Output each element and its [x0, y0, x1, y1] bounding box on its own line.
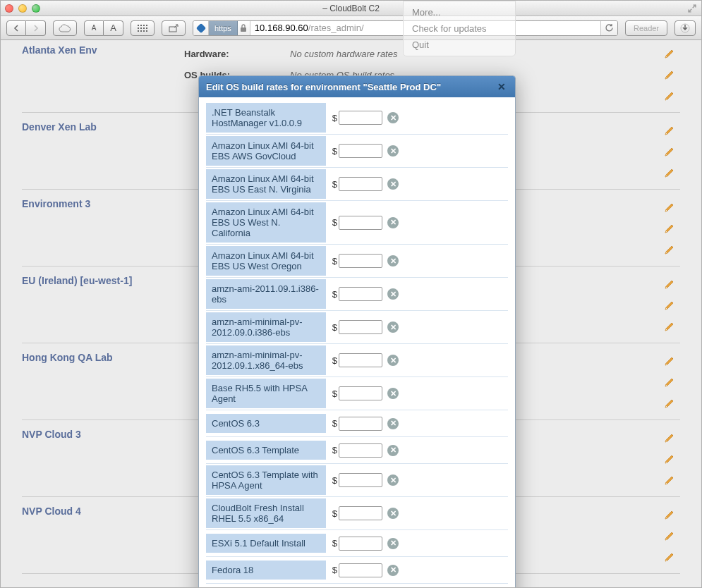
clear-rate-button[interactable]: ✕: [387, 288, 399, 300]
os-rate-input[interactable]: [339, 537, 382, 551]
edit-app-rates-button[interactable]: [659, 321, 680, 332]
os-rate-input[interactable]: [339, 254, 382, 268]
currency-symbol: $: [326, 217, 339, 228]
edit-hardware-rates-button[interactable]: [659, 432, 680, 443]
clear-rate-button[interactable]: ✕: [387, 388, 399, 399]
os-build-row: OpenStack Cirros AMI$✕: [206, 584, 508, 588]
os-rate-input[interactable]: [339, 473, 382, 487]
edit-icon: [664, 167, 675, 178]
clear-rate-button[interactable]: ✕: [387, 538, 399, 549]
edit-icon: [664, 432, 675, 443]
clear-rate-button[interactable]: ✕: [387, 418, 399, 429]
os-build-name: Amazon Linux AMI 64-bit EBS US West Oreg…: [206, 246, 326, 276]
reader-button[interactable]: Reader: [625, 20, 667, 36]
currency-symbol: $: [326, 322, 339, 333]
svg-rect-7: [146, 27, 147, 29]
dialog-header[interactable]: Edit OS build rates for environment "Sea…: [199, 76, 515, 97]
forward-button[interactable]: [26, 20, 46, 36]
edit-hardware-rates-button[interactable]: [659, 278, 680, 290]
back-button[interactable]: [6, 20, 26, 36]
textsize-large-button[interactable]: A: [104, 20, 123, 36]
os-rate-input[interactable]: [339, 144, 382, 158]
clear-rate-button[interactable]: ✕: [387, 355, 399, 366]
grid-button[interactable]: [131, 20, 155, 36]
site-favicon: [193, 21, 209, 35]
environment-link[interactable]: NVP Cloud 4: [22, 506, 81, 517]
clear-rate-button[interactable]: ✕: [387, 508, 399, 519]
os-rate-input[interactable]: [339, 320, 382, 334]
icloud-button[interactable]: [53, 20, 77, 36]
clear-rate-button[interactable]: ✕: [387, 474, 399, 486]
edit-os-rates-button[interactable]: [659, 453, 680, 465]
os-build-row: ESXi 5.1 Default Install$✕: [206, 530, 508, 557]
svg-rect-6: [143, 27, 145, 29]
url-host: 10.168.90.60: [255, 23, 308, 33]
edit-hardware-rates-button[interactable]: [659, 48, 680, 59]
os-rate-input[interactable]: [339, 563, 382, 577]
edit-os-rates-button[interactable]: [659, 530, 680, 541]
reload-button[interactable]: [600, 21, 617, 35]
environment-link[interactable]: NVP Cloud 3: [22, 429, 81, 440]
svg-rect-11: [146, 30, 147, 32]
edit-os-build-rates-dialog: Edit OS build rates for environment "Sea…: [198, 75, 516, 588]
os-rate-input[interactable]: [339, 506, 382, 520]
dialog-close-button[interactable]: ✕: [495, 80, 508, 93]
textsize-small-button[interactable]: A: [84, 20, 104, 36]
currency-symbol: $: [326, 445, 339, 455]
edit-os-rates-button[interactable]: [659, 69, 680, 80]
os-build-name: CentOS 6.3 Template with HPSA Agent: [206, 465, 326, 495]
os-rate-input[interactable]: [339, 287, 382, 301]
edit-hardware-rates-button[interactable]: [659, 509, 680, 520]
edit-icon: [664, 453, 675, 465]
fullscreen-icon[interactable]: [687, 4, 697, 13]
edit-icon: [664, 48, 675, 59]
edit-app-rates-button[interactable]: [659, 398, 680, 409]
currency-symbol: $: [326, 508, 339, 519]
edit-icon: [664, 509, 675, 520]
edit-app-rates-button[interactable]: [659, 474, 680, 486]
environment-link[interactable]: Hong Kong QA Lab: [22, 352, 113, 363]
svg-rect-10: [143, 30, 145, 32]
edit-os-rates-button[interactable]: [659, 146, 680, 157]
os-rate-input[interactable]: [339, 216, 382, 230]
menu-item-updates[interactable]: Check for updates: [404, 20, 515, 37]
os-build-row: Amazon Linux AMI 64-bit EBS US East N. V…: [206, 168, 508, 201]
currency-symbol: $: [326, 146, 339, 157]
clear-rate-button[interactable]: ✕: [387, 445, 399, 456]
os-rate-input[interactable]: [339, 111, 382, 125]
menu-item-more[interactable]: More...: [404, 4, 515, 20]
os-rate-input[interactable]: [339, 353, 382, 367]
os-rate-input[interactable]: [339, 386, 382, 400]
edit-app-rates-button[interactable]: [659, 244, 680, 255]
edit-app-rates-button[interactable]: [659, 167, 680, 178]
edit-os-rates-button[interactable]: [659, 223, 680, 234]
os-rate-input[interactable]: [339, 417, 382, 431]
environment-link[interactable]: Denver Xen Lab: [22, 121, 97, 133]
environment-link[interactable]: Atlanta Xen Env: [22, 44, 97, 56]
clear-rate-button[interactable]: ✕: [387, 178, 399, 190]
os-rate-input[interactable]: [339, 177, 382, 191]
edit-hardware-rates-button[interactable]: [659, 202, 680, 213]
os-rate-input[interactable]: [339, 443, 382, 458]
clear-rate-button[interactable]: ✕: [387, 217, 399, 228]
edit-hardware-rates-button[interactable]: [659, 355, 680, 367]
environment-name: EU (Ireland) [eu-west-1]: [22, 274, 184, 286]
context-menu: More... Check for updates Quit: [403, 1, 516, 56]
clear-rate-button[interactable]: ✕: [387, 565, 399, 576]
downloads-button[interactable]: [674, 20, 696, 36]
edit-hardware-rates-button[interactable]: [659, 125, 680, 136]
edit-app-rates-button[interactable]: [659, 551, 680, 563]
os-build-name: amzn-ami-2011.09.1.i386-ebs: [206, 279, 326, 309]
edit-os-rates-button[interactable]: [659, 300, 680, 311]
clear-rate-button[interactable]: ✕: [387, 112, 399, 123]
clear-rate-button[interactable]: ✕: [387, 255, 399, 267]
clear-rate-button[interactable]: ✕: [387, 321, 399, 333]
edit-app-rates-button[interactable]: [659, 90, 680, 102]
clear-rate-button[interactable]: ✕: [387, 145, 399, 157]
share-button[interactable]: [162, 20, 186, 36]
menu-item-quit[interactable]: Quit: [404, 37, 515, 53]
environment-link[interactable]: Environment 3: [22, 198, 90, 209]
currency-symbol: $: [326, 418, 339, 429]
environment-link[interactable]: EU (Ireland) [eu-west-1]: [22, 275, 132, 286]
edit-os-rates-button[interactable]: [659, 376, 680, 388]
